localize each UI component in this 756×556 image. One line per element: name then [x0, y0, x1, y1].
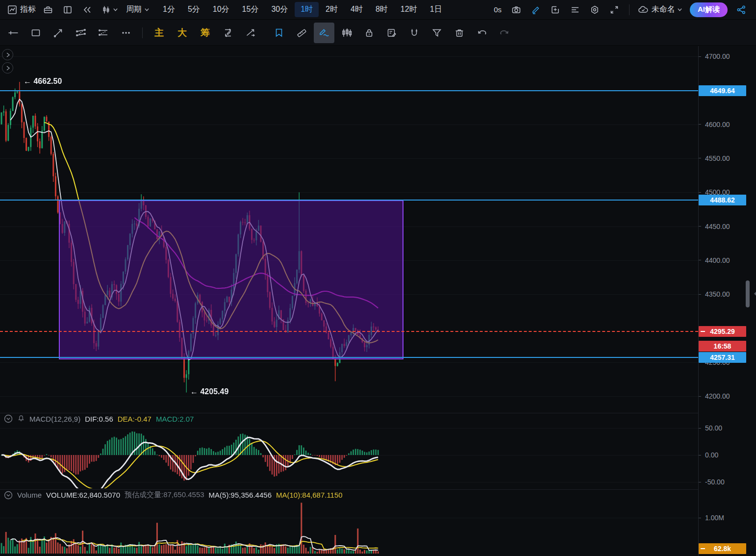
- volume-legend: Volume VOLUME:62,840.5070 预估成交量:87,650.4…: [4, 490, 343, 500]
- fib-lines-icon: [98, 27, 109, 38]
- ai-analyze-button[interactable]: AI解读: [690, 2, 728, 17]
- ruler-button[interactable]: [291, 23, 312, 43]
- price-level-line[interactable]: [0, 200, 698, 201]
- chips-distribution-button[interactable]: 筹: [194, 26, 217, 39]
- macd-dea-value: DEA:-0.47: [118, 415, 151, 423]
- brush-tool-button[interactable]: [314, 23, 334, 43]
- crossed-arrows-icon: [245, 27, 256, 38]
- timeframe-button-2[interactable]: 5分: [182, 2, 206, 17]
- period-label: 周期: [126, 4, 142, 15]
- timeframe-button-11[interactable]: 1日: [424, 2, 448, 17]
- axis-scrollbar-handle[interactable]: [746, 280, 750, 307]
- horizontal-line-tool-button[interactable]: [3, 23, 24, 43]
- price-annotation[interactable]: ← 4205.49: [190, 387, 228, 396]
- rectangle-tool-button[interactable]: [25, 23, 46, 43]
- add-chart-button[interactable]: [547, 2, 564, 18]
- axis-tick: -50.00: [705, 478, 725, 486]
- main-chart-button[interactable]: 主: [148, 26, 171, 39]
- timeframe-button-9[interactable]: 8时: [370, 2, 394, 17]
- lock-button[interactable]: [359, 23, 379, 43]
- current-volume-badge: 62.8k: [699, 543, 746, 554]
- circle-chevron-down-icon: [4, 414, 13, 423]
- expand-panel-top-button[interactable]: [2, 49, 13, 60]
- user-drawn-rectangle[interactable]: [59, 200, 403, 359]
- camera-icon: [511, 5, 521, 15]
- chart-style-button[interactable]: [99, 2, 121, 18]
- layout-split-icon: [63, 5, 73, 15]
- timeframe-button-5[interactable]: 30分: [265, 2, 294, 17]
- period-dropdown[interactable]: 周期: [124, 2, 151, 18]
- collapse-volume-button[interactable]: [4, 491, 13, 500]
- fib-channel-tool-button[interactable]: [93, 23, 114, 43]
- collapse-macd-button[interactable]: [4, 414, 13, 423]
- undo-button[interactable]: [472, 23, 492, 43]
- price-level-line[interactable]: [0, 90, 698, 91]
- bookmark-button[interactable]: [269, 23, 289, 43]
- chevron-down-icon: [144, 7, 150, 12]
- macd-alert-button[interactable]: [17, 414, 25, 424]
- candlestick-style-icon: [101, 5, 111, 15]
- expand-panel-bottom-button[interactable]: [2, 62, 13, 74]
- layout-button[interactable]: [59, 2, 76, 18]
- refresh-edit-button[interactable]: [218, 23, 238, 43]
- timeframe-button-8[interactable]: 4时: [345, 2, 369, 17]
- note-edit-icon: [386, 27, 397, 38]
- redo-arrow-icon: [499, 27, 510, 38]
- edit-pencil-button[interactable]: [528, 2, 544, 18]
- object-tree-button[interactable]: [567, 2, 583, 18]
- axis-tick: 50.00: [705, 424, 722, 432]
- pane-divider[interactable]: [0, 489, 756, 490]
- redo-button[interactable]: [494, 23, 515, 43]
- undo-arrow-icon: [477, 27, 487, 38]
- chart-area[interactable]: ← 4662.50← 4205.49 MACD(12,26,9) DIF:0.5…: [0, 46, 756, 556]
- candle-pattern-button[interactable]: [336, 23, 357, 43]
- share-button[interactable]: [733, 2, 750, 18]
- price-annotation[interactable]: ← 4662.50: [24, 77, 62, 86]
- axis-tick: 4350.00: [705, 290, 730, 299]
- level-price-badge: 4488.62: [699, 195, 746, 205]
- indicators-button[interactable]: 指标: [6, 2, 37, 18]
- timeframe-button-7[interactable]: 2时: [320, 2, 344, 17]
- channel-tool-button[interactable]: [71, 23, 91, 43]
- trading-app-window: 指标: [0, 0, 756, 556]
- timeframe-button-10[interactable]: 12时: [395, 2, 423, 17]
- timeframe-button-1[interactable]: 1分: [157, 2, 181, 17]
- snapshot-button[interactable]: [508, 2, 525, 18]
- refresh-edit-icon: [223, 27, 233, 38]
- replay-rewind-button[interactable]: [79, 2, 96, 18]
- timeframe-button-3[interactable]: 10分: [207, 2, 235, 17]
- delete-drawings-button[interactable]: [449, 23, 470, 43]
- price-level-line[interactable]: [0, 357, 698, 358]
- large-view-button[interactable]: 大: [171, 26, 194, 39]
- magnet-button[interactable]: [404, 23, 425, 43]
- settings-button[interactable]: [586, 2, 603, 18]
- timeframe-button-4[interactable]: 15分: [236, 2, 265, 17]
- rectangle-icon: [30, 27, 41, 38]
- ellipsis-icon: [121, 27, 131, 38]
- timeframe-button-6[interactable]: 1时: [295, 2, 319, 17]
- rewind-icon: [82, 5, 92, 15]
- fullscreen-button[interactable]: [606, 2, 623, 18]
- volume-ma5: MA(5):95,356.4456: [209, 491, 272, 499]
- pane-divider[interactable]: [0, 413, 756, 413]
- magnet-icon: [409, 27, 420, 38]
- drawing-toolbar: 主 大 筹: [0, 20, 756, 46]
- filter-button[interactable]: [427, 23, 447, 43]
- level-price-badge: 4649.64: [699, 85, 746, 96]
- trendline-arrow-icon: [53, 27, 64, 38]
- toolbox-button[interactable]: [40, 2, 56, 18]
- chevron-right-icon: [5, 52, 11, 58]
- share-icon: [736, 5, 746, 15]
- plus-square-icon: [551, 5, 560, 15]
- notes-button[interactable]: [381, 23, 402, 43]
- compare-arrows-button[interactable]: [240, 23, 261, 43]
- trendline-tool-button[interactable]: [48, 23, 69, 43]
- gear-icon: [590, 5, 600, 15]
- more-tools-button[interactable]: [116, 23, 136, 43]
- cloud-save-button[interactable]: 未命名: [636, 2, 684, 18]
- axis-collapse-arrow-icon[interactable]: [751, 291, 756, 297]
- expand-arrows-icon: [609, 5, 619, 15]
- brush-wave-icon: [318, 27, 330, 38]
- parallel-channel-icon: [75, 27, 87, 38]
- list-lines-icon: [570, 5, 580, 15]
